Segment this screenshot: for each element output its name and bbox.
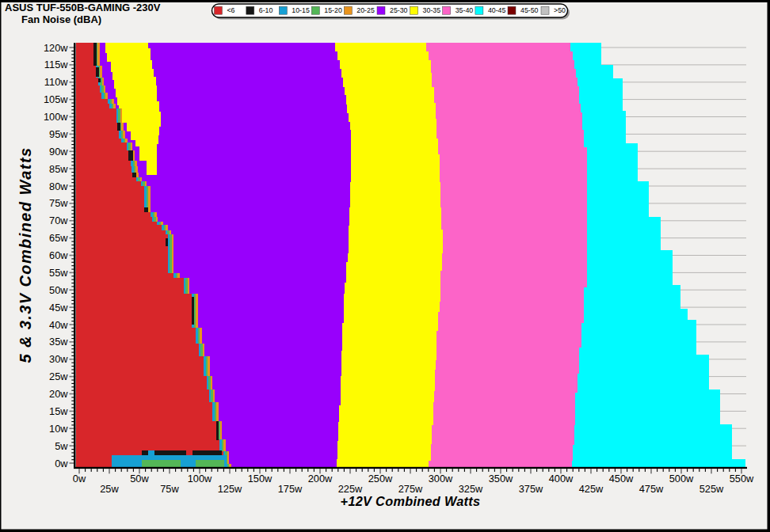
svg-text:95w: 95w [49, 128, 68, 140]
svg-text:85w: 85w [49, 163, 68, 175]
svg-text:0w: 0w [55, 458, 68, 469]
svg-text:>50: >50 [554, 6, 566, 14]
svg-text:55w: 55w [49, 267, 68, 279]
svg-text:65w: 65w [49, 232, 68, 244]
svg-text:500w: 500w [669, 473, 694, 484]
svg-text:10w: 10w [49, 423, 68, 435]
svg-text:40w: 40w [49, 319, 68, 331]
svg-text:35w: 35w [49, 336, 68, 348]
svg-text:275w: 275w [398, 483, 423, 495]
svg-text:525w: 525w [699, 483, 724, 495]
svg-text:60w: 60w [49, 249, 68, 261]
svg-text:+12V Combined Watts: +12V Combined Watts [341, 494, 481, 508]
svg-text:35-40: 35-40 [456, 6, 474, 14]
svg-text:25-30: 25-30 [390, 6, 408, 14]
svg-text:15-20: 15-20 [324, 6, 342, 14]
svg-text:125w: 125w [218, 483, 242, 495]
svg-text:115w: 115w [44, 59, 68, 70]
svg-text:45w: 45w [49, 302, 68, 314]
svg-text:175w: 175w [278, 483, 303, 495]
svg-text:75w: 75w [160, 483, 179, 495]
svg-text:40-45: 40-45 [488, 6, 506, 14]
svg-text:475w: 475w [639, 483, 664, 495]
svg-text:105w: 105w [44, 93, 68, 105]
svg-text:5 & 3.3V Combined Watts: 5 & 3.3V Combined Watts [17, 147, 34, 363]
svg-text:20w: 20w [49, 388, 68, 400]
svg-text:120w: 120w [44, 42, 68, 54]
svg-text:75w: 75w [49, 197, 68, 209]
svg-text:25w: 25w [49, 370, 68, 382]
svg-text:30w: 30w [49, 353, 68, 365]
svg-text:425w: 425w [579, 483, 604, 495]
svg-text:350w: 350w [489, 473, 513, 484]
svg-text:325w: 325w [459, 483, 483, 495]
svg-text:375w: 375w [519, 483, 543, 495]
svg-text:0w: 0w [73, 473, 86, 484]
svg-text:400w: 400w [549, 473, 574, 484]
svg-text:<6: <6 [227, 6, 234, 14]
svg-text:250w: 250w [368, 473, 393, 484]
svg-text:90w: 90w [49, 146, 68, 158]
svg-text:110w: 110w [44, 76, 68, 88]
svg-text:25w: 25w [100, 483, 119, 495]
svg-text:ASUS TUF-550B-GAMING -230V: ASUS TUF-550B-GAMING -230V [5, 2, 161, 13]
svg-text:5w: 5w [55, 440, 68, 452]
svg-text:10-15: 10-15 [292, 6, 310, 14]
svg-text:150w: 150w [248, 473, 273, 484]
svg-text:450w: 450w [609, 473, 634, 484]
svg-text:20-25: 20-25 [356, 6, 375, 14]
svg-text:200w: 200w [308, 473, 333, 484]
svg-text:50w: 50w [49, 284, 68, 296]
svg-text:45-50: 45-50 [520, 6, 539, 14]
svg-text:225w: 225w [338, 483, 363, 495]
svg-text:100w: 100w [188, 473, 212, 484]
svg-text:100w: 100w [44, 111, 68, 123]
svg-text:30-35: 30-35 [423, 6, 441, 14]
svg-text:550w: 550w [730, 473, 754, 484]
svg-text:Fan Noise (dBA): Fan Noise (dBA) [21, 13, 101, 25]
svg-text:6-10: 6-10 [259, 6, 273, 14]
svg-text:15w: 15w [49, 405, 68, 417]
svg-text:300w: 300w [429, 473, 453, 484]
svg-text:70w: 70w [49, 215, 68, 226]
svg-text:50w: 50w [130, 473, 149, 484]
svg-text:80w: 80w [49, 180, 68, 192]
